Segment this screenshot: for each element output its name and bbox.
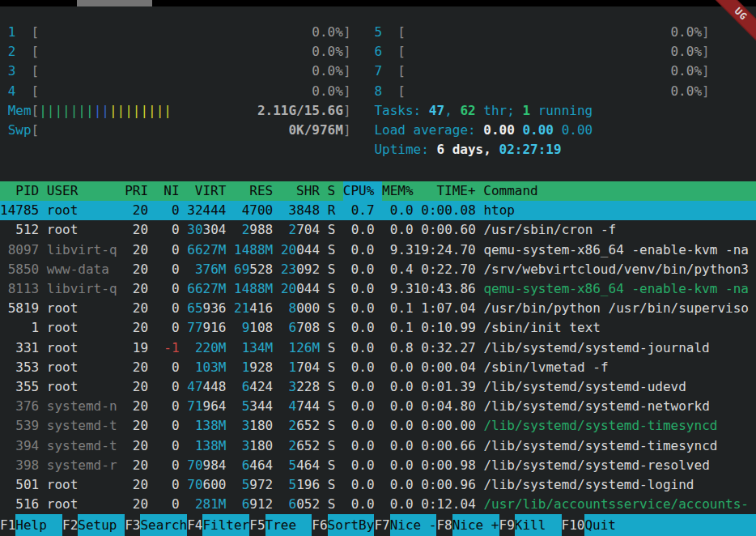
time-cell: 0:32.27 — [414, 340, 476, 355]
meter-close-bracket: ] — [702, 44, 710, 59]
meter-open-bracket: [ — [397, 83, 406, 99]
meter-close-bracket: ] — [702, 63, 710, 79]
process-row[interactable]: 5819 root 20 0 65936 21416 8000 S 0.0 0.… — [0, 299, 756, 318]
state-cell: S — [328, 496, 336, 512]
process-row[interactable]: 516 root 20 0 281M 6912 6052 S 0.0 0.0 0… — [0, 495, 756, 514]
process-row[interactable]: 512 root 20 0 30304 2988 2704 S 0.0 0.0 … — [0, 220, 756, 240]
meter-close-bracket: ] — [343, 83, 351, 99]
state-cell: S — [328, 379, 336, 394]
cpu-meter-value: 0.0% — [39, 44, 343, 59]
fn-action-quit[interactable]: Quit — [584, 514, 756, 536]
command-cell: /lib/systemd/systemd-journald — [483, 340, 756, 355]
command-cell: /usr/sbin/cron -f — [483, 222, 756, 237]
cpu-percent-cell: 0.0 — [343, 300, 375, 316]
user-cell: systemd-n — [47, 398, 117, 414]
mem-percent-cell: 0.8 — [382, 340, 414, 355]
pid-cell: 331 — [0, 340, 39, 355]
ni-cell: 0 — [156, 496, 180, 512]
cpu-percent-cell: 0.0 — [343, 262, 375, 277]
mem-percent-cell: 0.0 — [382, 202, 414, 218]
fn-action-search[interactable]: Search — [140, 514, 187, 536]
process-row[interactable]: 355 root 20 0 47448 6424 3228 S 0.0 0.0 … — [0, 377, 756, 397]
cpu-percent-cell: 0.0 — [343, 281, 375, 296]
mem-meter-label: Mem — [8, 103, 32, 118]
fn-action-sortby[interactable]: SortBy — [328, 514, 375, 536]
memory-value-thousands: 23 — [281, 262, 296, 277]
memory-value: 6627M — [187, 281, 226, 296]
cpu-meter-row: 3 [ 0.0%] 7 [ 0.0%] — [0, 62, 756, 81]
memory-value-thousands: 3 — [289, 202, 297, 218]
process-row[interactable]: 1 root 20 0 77916 9108 6708 S 0.0 0.1 0:… — [0, 318, 756, 338]
cpu-meter-label: 6 — [374, 44, 397, 59]
mem-percent-cell: 0.0 — [382, 222, 414, 237]
pid-cell: 353 — [0, 359, 39, 375]
process-row[interactable]: 5850 www-data 20 0 376M 69528 23092 S 0.… — [0, 260, 756, 279]
state-cell: S — [328, 320, 336, 335]
process-row[interactable]: 8097 libvirt-q 20 0 6627M 1488M 20044 S … — [0, 240, 756, 260]
cpu-meter-value: 0.0% — [406, 83, 702, 99]
pid-cell: 355 — [0, 379, 39, 394]
uptime-label: Uptime: — [374, 142, 436, 157]
time-cell: 0:10.99 — [414, 320, 476, 335]
memory-value: 134M — [234, 340, 273, 355]
fn-action-nice-[interactable]: Nice - — [390, 514, 437, 536]
process-row[interactable]: 398 systemd-r 20 0 70984 6464 5464 S 0.0… — [0, 456, 756, 475]
cpu-percent-cell: 0.0 — [343, 242, 375, 257]
fn-action-setup[interactable]: Setup — [78, 514, 125, 536]
fn-action-filter[interactable]: Filter — [202, 514, 249, 536]
process-row[interactable]: 539 systemd-t 20 0 138M 3180 2652 S 0.0 … — [0, 416, 756, 436]
cpu-percent-cell: 0.0 — [343, 359, 375, 375]
fn-action-kill[interactable]: Kill — [515, 514, 562, 536]
meter-open-bracket: [ — [397, 24, 406, 40]
ni-cell: 0 — [156, 320, 180, 335]
memory-value: 126M — [281, 340, 320, 355]
mem-meter-value: 2.11G/15.6G — [172, 103, 343, 118]
sort-column-header[interactable]: CPU% — [343, 181, 382, 201]
cpu-percent-cell: 0.0 — [343, 418, 375, 433]
cpu-percent-cell: 0.0 — [343, 320, 375, 335]
fn-action-tree[interactable]: Tree — [265, 514, 312, 536]
pri-cell: 20 — [125, 281, 148, 296]
command-cell: /lib/systemd/systemd-resolved — [483, 457, 756, 473]
mem-percent-cell: 0.4 — [382, 262, 414, 277]
memory-value-thousands: 47 — [187, 379, 202, 394]
time-cell: 0:00.60 — [414, 222, 476, 237]
table-header-row[interactable]: PID USER PRI NI VIRT RES SHR S CPU% MEM%… — [0, 181, 756, 201]
state-cell: S — [328, 457, 336, 473]
memory-value-thousands: 21 — [234, 300, 249, 316]
process-row[interactable]: 501 root 20 0 70600 5972 5196 S 0.0 0.0 … — [0, 475, 756, 495]
meter-close-bracket: ] — [343, 24, 351, 40]
time-cell: 10:43.86 — [414, 281, 476, 296]
user-cell: libvirt-q — [47, 281, 117, 296]
column-headers-left: PID USER PRI NI VIRT RES SHR S — [0, 183, 343, 198]
scrollbar-thumb[interactable] — [77, 0, 152, 6]
process-row[interactable]: 394 systemd-t 20 0 138M 3180 2652 S 0.0 … — [0, 436, 756, 456]
fn-action-nice-[interactable]: Nice + — [452, 514, 499, 536]
mem-bar-green: ||||||| — [39, 103, 93, 118]
state-cell: S — [328, 281, 336, 296]
process-row[interactable]: 331 root 19 -1 220M 134M 126M S 0.0 0.8 … — [0, 338, 756, 358]
fn-key-f10: F10 — [562, 517, 585, 533]
meter-open-bracket: [ — [32, 83, 40, 99]
fn-key-f1: F1 — [0, 517, 15, 533]
user-cell: systemd-t — [47, 438, 117, 453]
process-row-selected[interactable]: 14785 root 20 0 32444 4700 3848 R 0.7 0.… — [0, 201, 756, 220]
user-cell: root — [47, 340, 117, 355]
pid-cell: 398 — [0, 457, 39, 473]
user-cell: root — [47, 222, 117, 237]
fn-action-help[interactable]: Help — [15, 514, 62, 536]
window-top-bar — [0, 0, 756, 6]
ni-cell: 0 — [156, 398, 180, 414]
load-5min: 0.00 — [522, 122, 554, 138]
process-row[interactable]: 8113 libvirt-q 20 0 6627M 1488M 20044 S … — [0, 279, 756, 299]
command-cell: htop — [483, 202, 756, 218]
process-row[interactable]: 376 systemd-n 20 0 71964 5344 4744 S 0.0… — [0, 397, 756, 416]
column-headers-right: MEM% TIME+ Command — [382, 183, 756, 198]
process-row[interactable]: 353 root 20 0 103M 1928 1704 S 0.0 0.0 0… — [0, 358, 756, 377]
memory-value-thousands: 9 — [242, 320, 250, 335]
pid-cell: 501 — [0, 477, 39, 492]
pid-cell: 14785 — [0, 202, 39, 218]
memory-value-thousands: 5 — [289, 457, 297, 473]
time-cell: 0:22.70 — [414, 262, 476, 277]
command-cell: qemu-system-x86_64 -enable-kvm -na — [483, 242, 756, 257]
